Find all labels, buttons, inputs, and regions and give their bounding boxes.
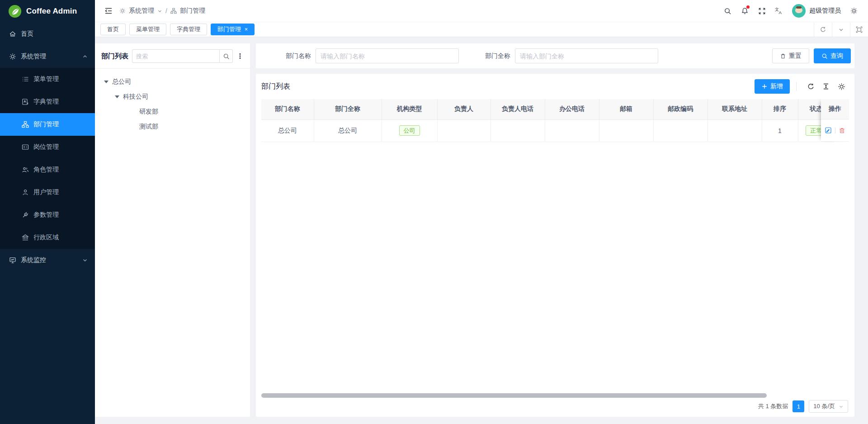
chevron-up-icon <box>82 54 88 59</box>
horizontal-scrollbar-track[interactable] <box>261 392 849 399</box>
gear-icon <box>9 53 16 60</box>
sidebar-item-dict-mgmt[interactable]: 字典管理 <box>0 91 95 113</box>
sidebar-item-user-mgmt[interactable]: 用户管理 <box>0 181 95 204</box>
table-scroll-area[interactable]: 部门名称 部门全称 机构类型 负责人 负责人电话 办公电话 邮箱 邮政编码 联系… <box>261 99 849 142</box>
tree-node-head-office[interactable]: 总公司 <box>101 74 244 89</box>
sidebar: Coffee Admin 首页 系统管理 菜单管理 字典管理 部门管理 岗位管理… <box>0 0 95 424</box>
global-search-button[interactable] <box>719 0 736 22</box>
leaf-logo-icon <box>8 5 22 18</box>
dept-fullname-input[interactable] <box>515 48 658 63</box>
collapse-sidebar-button[interactable] <box>100 0 117 22</box>
sidebar-item-dept-mgmt[interactable]: 部门管理 <box>0 113 95 136</box>
sidebar-item-menu-mgmt[interactable]: 菜单管理 <box>0 68 95 91</box>
app-logo[interactable]: Coffee Admin <box>0 0 95 23</box>
horizontal-scrollbar-thumb[interactable] <box>261 393 767 398</box>
language-switch-button[interactable]: 文A <box>770 0 788 22</box>
tree-more-button[interactable] <box>236 52 244 60</box>
monitor-icon <box>9 257 16 264</box>
tab-home[interactable]: 首页 <box>100 24 126 35</box>
dept-table-card: 部门列表 新增 <box>256 74 854 417</box>
chevron-down-icon <box>157 9 162 14</box>
tree-search-button[interactable] <box>219 49 233 63</box>
tree-panel-title: 部门列表 <box>101 52 128 61</box>
refresh-table-button[interactable] <box>803 83 818 91</box>
dept-name-input[interactable] <box>316 48 459 63</box>
sidebar-item-system[interactable]: 系统管理 <box>0 45 95 68</box>
row-height-icon <box>822 83 830 90</box>
tree-node-tech-company[interactable]: 科技公司 <box>101 89 244 104</box>
dept-name-label: 部门名称 <box>286 52 311 60</box>
user-icon <box>22 189 29 196</box>
row-height-button[interactable] <box>818 83 834 90</box>
cell-email <box>599 119 653 142</box>
delete-row-button[interactable] <box>839 127 845 134</box>
breadcrumb-section[interactable]: 系统管理 <box>129 7 154 15</box>
tree-search-input[interactable] <box>132 49 219 63</box>
dots-vertical-icon <box>236 52 244 60</box>
tab-dict-mgmt[interactable]: 字典管理 <box>170 24 207 35</box>
sidebar-item-monitor[interactable]: 系统监控 <box>0 249 95 272</box>
add-button[interactable]: 新增 <box>755 79 790 94</box>
col-leader: 负责人 <box>437 99 491 119</box>
id-card-icon <box>22 143 29 151</box>
app-title: Coffee Admin <box>26 7 77 16</box>
col-email: 邮箱 <box>599 99 653 119</box>
dictionary-icon <box>22 98 29 105</box>
dept-tree: 总公司 科技公司 研发部 测试部 <box>101 69 244 134</box>
divider <box>835 128 835 133</box>
search-icon <box>724 7 731 15</box>
caret-down-icon[interactable] <box>104 81 108 83</box>
notifications-button[interactable] <box>736 0 753 22</box>
header-actions: 文A 超级管理员 <box>719 0 863 22</box>
tab-options-button[interactable] <box>832 22 850 37</box>
col-leader-phone: 负责人电话 <box>491 99 545 119</box>
table-header-row: 部门名称 部门全称 机构类型 负责人 负责人电话 办公电话 邮箱 邮政编码 联系… <box>261 99 834 119</box>
refresh-icon <box>820 26 826 33</box>
search-icon <box>223 53 230 60</box>
page-button-1[interactable]: 1 <box>793 400 804 412</box>
col-address: 联系地址 <box>708 99 762 119</box>
maximize-icon <box>856 26 863 33</box>
org-chart-icon <box>170 8 177 14</box>
sidebar-item-home[interactable]: 首页 <box>0 23 95 45</box>
pagination: 共 1 条数据 1 10 条/页 <box>256 399 854 417</box>
query-button[interactable]: 查询 <box>814 48 851 63</box>
page-size-select[interactable]: 10 条/页 <box>809 400 848 413</box>
edit-row-button[interactable] <box>825 127 832 134</box>
page-tabs: 首页 菜单管理 字典管理 部门管理 × <box>95 22 868 37</box>
tab-dept-mgmt[interactable]: 部门管理 × <box>211 24 255 35</box>
table-row[interactable]: 总公司 总公司 公司 1 正常 <box>261 119 834 142</box>
user-name[interactable]: 超级管理员 <box>809 7 841 15</box>
translate-icon: 文A <box>775 7 783 15</box>
menu-fold-icon <box>104 7 113 15</box>
dept-fullname-label: 部门全称 <box>485 52 510 60</box>
org-chart-icon <box>22 121 29 128</box>
tree-node-rd-dept[interactable]: 研发部 <box>101 104 244 119</box>
col-full-name: 部门全称 <box>314 99 382 119</box>
sidebar-item-post-mgmt[interactable]: 岗位管理 <box>0 136 95 158</box>
refresh-tab-button[interactable] <box>814 22 832 37</box>
notification-badge <box>746 5 750 9</box>
cell-sort: 1 <box>762 119 798 142</box>
close-tab-icon[interactable]: × <box>245 27 248 32</box>
col-dept-name: 部门名称 <box>261 99 314 119</box>
reset-button[interactable]: 重置 <box>772 48 809 63</box>
list-icon <box>22 76 29 83</box>
top-header: 系统管理 / 部门管理 文A 超级管理员 <box>95 0 868 22</box>
tree-node-test-dept[interactable]: 测试部 <box>101 119 244 134</box>
sidebar-item-param-mgmt[interactable]: 参数管理 <box>0 204 95 226</box>
tab-menu-mgmt[interactable]: 菜单管理 <box>129 24 166 35</box>
sidebar-item-region-mgmt[interactable]: 行政区域 <box>0 226 95 249</box>
maximize-content-button[interactable] <box>850 22 868 37</box>
row-actions <box>821 119 849 142</box>
cell-leader-phone <box>491 119 545 142</box>
cell-dept-name: 总公司 <box>261 119 314 142</box>
column-settings-button[interactable] <box>834 83 849 91</box>
cell-full-name: 总公司 <box>314 119 382 142</box>
sidebar-item-role-mgmt[interactable]: 角色管理 <box>0 158 95 181</box>
fullscreen-button[interactable] <box>753 0 770 22</box>
sidebar-submenu-system: 菜单管理 字典管理 部门管理 岗位管理 角色管理 用户管理 参数管理 行政区域 <box>0 68 95 249</box>
avatar[interactable] <box>792 4 806 18</box>
caret-down-icon[interactable] <box>115 95 119 98</box>
settings-button[interactable] <box>845 0 863 22</box>
